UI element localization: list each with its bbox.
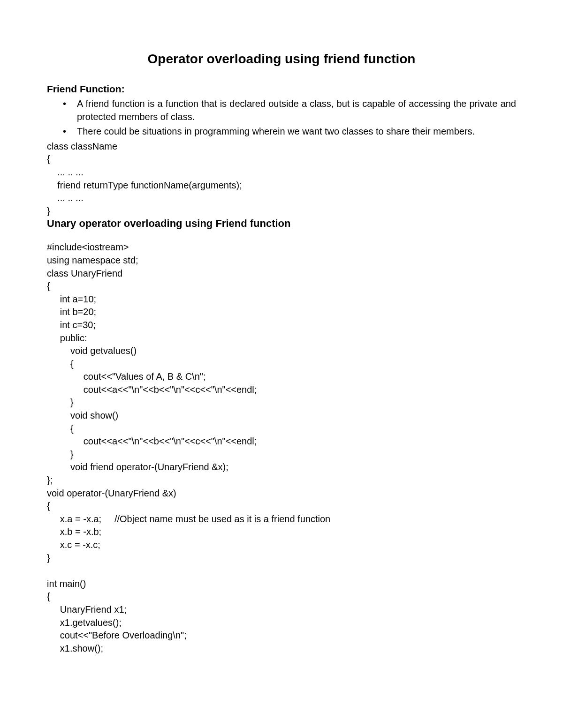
code-block-unary-example: #include<iostream> using namespace std; … (47, 241, 516, 655)
section-heading-friend-function: Friend Function: (47, 83, 516, 95)
code-block-class-declaration: class className { ... .. ... friend retu… (47, 140, 516, 218)
document-page: Operator overloading using friend functi… (0, 0, 563, 692)
document-title: Operator overloading using friend functi… (47, 52, 516, 67)
bullet-list: A friend function is a function that is … (47, 98, 516, 138)
bullet-item: There could be situations in programming… (77, 125, 516, 138)
bullet-item: A friend function is a function that is … (77, 98, 516, 123)
section-heading-unary-operator: Unary operator overloading using Friend … (47, 218, 516, 230)
